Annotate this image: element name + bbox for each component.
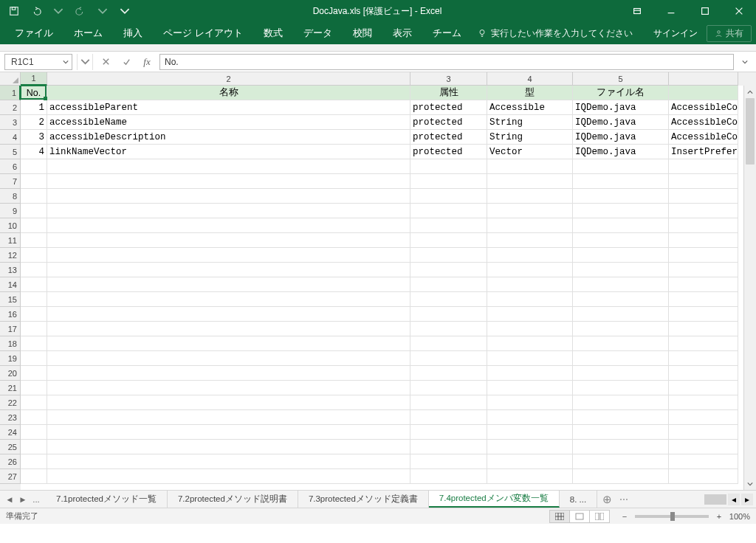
cell[interactable] xyxy=(487,263,573,277)
tab-insert[interactable]: 挿入 xyxy=(113,22,153,44)
cell[interactable] xyxy=(47,159,410,174)
cell[interactable] xyxy=(669,277,738,292)
tab-review[interactable]: 校閲 xyxy=(343,22,382,44)
row-header[interactable]: 2 xyxy=(0,100,21,115)
cell[interactable] xyxy=(410,307,487,322)
cell[interactable] xyxy=(669,86,738,100)
cell[interactable] xyxy=(47,381,410,395)
sheet-tab[interactable]: 7.4protectedメンバ変数一覧 xyxy=(429,491,560,508)
cell[interactable] xyxy=(410,366,487,381)
scrollbar-thumb[interactable] xyxy=(746,98,755,165)
cell[interactable] xyxy=(573,218,669,233)
cell[interactable] xyxy=(487,307,573,322)
horizontal-scrollbar[interactable]: ◂ ▸ xyxy=(631,494,756,505)
column-header[interactable]: 3 xyxy=(410,72,487,86)
sheet-prev-icon[interactable]: ◄ xyxy=(4,495,15,504)
cell[interactable] xyxy=(487,440,573,454)
hscroll-left-icon[interactable]: ◂ xyxy=(728,494,740,505)
cell[interactable] xyxy=(487,469,573,484)
cell[interactable] xyxy=(410,322,487,336)
cells-area[interactable]: No.名称属性型ファイル名1accessibleParentprotectedA… xyxy=(21,86,756,490)
sheet-tab[interactable]: 7.3protectedメソッド定義書 xyxy=(298,491,429,508)
cell[interactable] xyxy=(669,204,738,218)
row-header[interactable]: 9 xyxy=(0,204,21,218)
sign-in-link[interactable]: サインイン xyxy=(645,27,707,40)
cell[interactable]: accessibleName xyxy=(47,115,410,130)
select-all-corner[interactable] xyxy=(0,72,21,86)
cell[interactable] xyxy=(21,174,47,189)
redo-icon[interactable] xyxy=(71,2,90,20)
cell[interactable] xyxy=(669,454,738,469)
cell[interactable] xyxy=(21,425,47,440)
cell[interactable] xyxy=(21,218,47,233)
insert-function-icon[interactable]: fx xyxy=(139,56,155,68)
cell[interactable]: protected xyxy=(410,130,487,145)
cell[interactable] xyxy=(47,366,410,381)
cell[interactable] xyxy=(410,410,487,425)
cell[interactable] xyxy=(410,469,487,484)
cell[interactable]: No. xyxy=(21,86,47,100)
row-header[interactable]: 4 xyxy=(0,130,21,145)
cell[interactable] xyxy=(669,248,738,263)
cell[interactable] xyxy=(410,263,487,277)
tell-me[interactable]: 実行したい作業を入力してください xyxy=(478,27,633,40)
cell[interactable] xyxy=(47,425,410,440)
undo-icon[interactable] xyxy=(27,2,46,20)
cell[interactable] xyxy=(573,336,669,351)
scroll-down-icon[interactable] xyxy=(744,477,756,490)
cell[interactable] xyxy=(47,233,410,248)
cell[interactable] xyxy=(410,381,487,395)
cell[interactable] xyxy=(487,454,573,469)
cell[interactable] xyxy=(669,174,738,189)
cell[interactable] xyxy=(487,189,573,204)
cell[interactable] xyxy=(47,410,410,425)
scrollbar-track[interactable] xyxy=(744,98,756,477)
sheet-tab[interactable]: 7.2protectedメソッド説明書 xyxy=(168,491,298,508)
cell[interactable] xyxy=(410,248,487,263)
cell[interactable] xyxy=(21,292,47,307)
row-header[interactable]: 20 xyxy=(0,366,21,381)
sheet-tab[interactable]: 7.1protectedメソッド一覧 xyxy=(46,491,168,508)
cell[interactable] xyxy=(573,469,669,484)
cell[interactable] xyxy=(410,189,487,204)
cell[interactable] xyxy=(47,263,410,277)
cell[interactable] xyxy=(573,204,669,218)
cell[interactable]: String xyxy=(487,130,573,145)
cell[interactable] xyxy=(487,322,573,336)
row-header[interactable]: 21 xyxy=(0,381,21,395)
cell[interactable] xyxy=(573,277,669,292)
sheet-tab[interactable]: 8. ... xyxy=(560,491,597,508)
cell[interactable]: accessibleDescription xyxy=(47,130,410,145)
cell[interactable] xyxy=(573,233,669,248)
cell[interactable] xyxy=(47,174,410,189)
tab-team[interactable]: チーム xyxy=(422,22,472,44)
maximize-icon[interactable] xyxy=(688,0,722,22)
cell[interactable] xyxy=(669,351,738,366)
cell[interactable]: ファイル名 xyxy=(573,86,669,100)
scroll-up-icon[interactable] xyxy=(744,86,756,98)
row-header[interactable]: 25 xyxy=(0,440,21,454)
row-header[interactable]: 1 xyxy=(0,86,21,100)
cell[interactable] xyxy=(21,336,47,351)
row-header[interactable]: 15 xyxy=(0,292,21,307)
cell[interactable] xyxy=(410,336,487,351)
cell[interactable] xyxy=(410,425,487,440)
cell[interactable] xyxy=(573,248,669,263)
cell[interactable] xyxy=(410,395,487,410)
cell[interactable] xyxy=(669,381,738,395)
cell[interactable] xyxy=(669,233,738,248)
column-header[interactable] xyxy=(669,72,738,86)
cell[interactable] xyxy=(669,307,738,322)
row-header[interactable]: 17 xyxy=(0,322,21,336)
cell[interactable] xyxy=(669,263,738,277)
cell[interactable] xyxy=(47,351,410,366)
cell[interactable] xyxy=(21,248,47,263)
column-header[interactable]: 2 xyxy=(47,72,410,86)
zoom-in-button[interactable]: + xyxy=(715,512,724,521)
cell[interactable]: String xyxy=(487,115,573,130)
zoom-level[interactable]: 100% xyxy=(729,512,750,521)
zoom-slider[interactable] xyxy=(635,515,709,518)
tab-file[interactable]: ファイル xyxy=(4,22,63,44)
cell[interactable] xyxy=(47,204,410,218)
cell[interactable]: 名称 xyxy=(47,86,410,100)
